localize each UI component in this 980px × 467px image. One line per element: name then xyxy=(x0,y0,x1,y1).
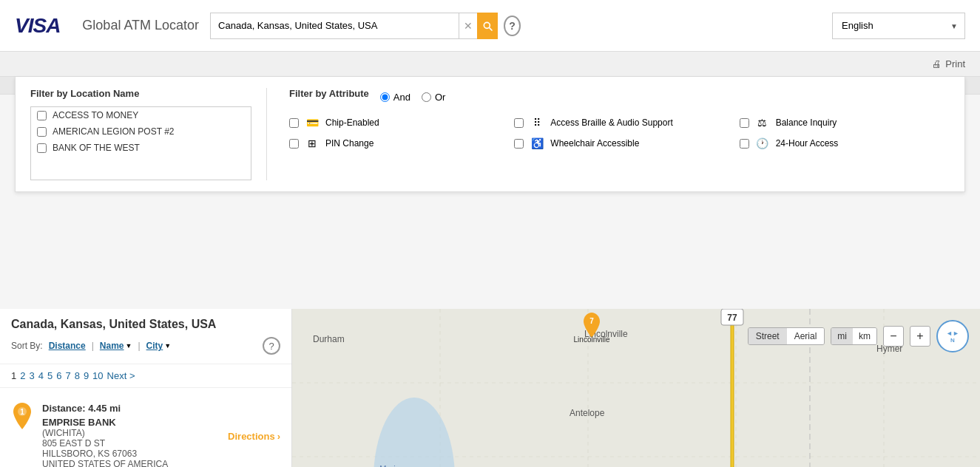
search-button[interactable] xyxy=(477,13,498,39)
view-toggle: Street Aerial xyxy=(748,327,825,345)
panel-title: Canada, Kansas, United States, USA xyxy=(11,318,280,331)
page-4[interactable]: 4 xyxy=(38,370,44,381)
left-panel: Canada, Kansas, United States, USA Sort … xyxy=(0,309,292,467)
page-3[interactable]: 3 xyxy=(29,370,34,381)
chip-enabled-label: Chip-Enabled xyxy=(325,117,379,128)
wheelchair-icon: ♿ xyxy=(530,136,544,151)
filter-attribute-section: Filter by Attribute And Or 💳 Chip-Enable… xyxy=(282,88,950,180)
location-checkbox-1[interactable] xyxy=(37,111,47,120)
filter-panel: Filter by Location Name ACCESS TO MONEY … xyxy=(15,77,965,192)
balance-icon: ⚖ xyxy=(755,115,770,130)
svg-text:77: 77 xyxy=(727,313,737,323)
sort-name-link[interactable]: Name xyxy=(100,341,124,351)
location-name-3: BANK OF THE WEST xyxy=(53,143,140,153)
atm-sub1: (WICHITA) xyxy=(42,428,219,438)
directions-button[interactable]: Directions › xyxy=(228,431,280,442)
search-input[interactable] xyxy=(210,13,459,39)
map-area: Marion Reservoir Durham Lincolnville Ant… xyxy=(292,309,980,467)
atm-list: 1 Distance: 4.45 mi EMPRISE BANK (WICHIT… xyxy=(0,388,291,467)
map-pin-svg: 1 xyxy=(12,403,33,429)
page-8[interactable]: 8 xyxy=(75,370,80,381)
24hour-checkbox[interactable] xyxy=(740,139,749,149)
page-1[interactable]: 1 xyxy=(11,370,16,381)
sort-bar: Sort By: Distance | Name ▼ | City ▼ ? xyxy=(11,337,280,355)
zoom-in-button[interactable]: + xyxy=(910,326,930,347)
print-button[interactable]: 🖨 Print xyxy=(932,58,965,69)
list-item: AMERICAN LEGION POST #2 xyxy=(31,123,251,140)
filter-location-section: Filter by Location Name ACCESS TO MONEY … xyxy=(30,88,267,180)
and-radio[interactable] xyxy=(380,92,390,102)
pin-change-checkbox[interactable] xyxy=(289,139,299,149)
subheader: 🖨 Print xyxy=(0,52,980,77)
header: VISA Global ATM Locator ✕ ? EnglishEspañ… xyxy=(0,0,980,52)
balance-checkbox[interactable] xyxy=(740,118,749,128)
attr-balance: ⚖ Balance Inquiry xyxy=(740,115,950,130)
atm-info: Distance: 4.45 mi EMPRISE BANK (WICHITA)… xyxy=(42,403,219,467)
filter-attribute-label: Filter by Attribute xyxy=(289,88,369,99)
directions-arrow: › xyxy=(277,431,280,442)
sort-city-group: City ▼ xyxy=(146,341,172,351)
wheelchair-checkbox[interactable] xyxy=(514,139,524,149)
page-9[interactable]: 9 xyxy=(84,370,89,381)
language-dropdown[interactable]: EnglishEspañolFrançaisDeutsch中文 xyxy=(832,13,965,39)
or-radio-group: Or xyxy=(422,92,445,103)
atm-sub4: UNITED STATES OF AMERICA xyxy=(42,459,219,467)
24hour-label: 24-Hour Access xyxy=(776,138,839,149)
clock-icon: 🕐 xyxy=(755,136,770,151)
svg-text:Lincolnville: Lincolnville xyxy=(574,335,610,344)
page-2[interactable]: 2 xyxy=(20,370,25,381)
atm-marker: 1 xyxy=(11,403,33,429)
braille-icon: ⠿ xyxy=(530,115,544,130)
directions-label: Directions xyxy=(228,431,275,442)
attr-24hour: 🕐 24-Hour Access xyxy=(740,136,950,151)
sort-city-arrow: ▼ xyxy=(164,342,171,350)
page-next[interactable]: Next > xyxy=(107,370,135,381)
braille-checkbox[interactable] xyxy=(514,118,524,128)
atm-name: EMPRISE BANK xyxy=(42,417,219,428)
chip-enabled-checkbox[interactable] xyxy=(289,118,299,128)
mi-unit-button[interactable]: mi xyxy=(831,328,853,344)
search-bar: ✕ ? xyxy=(210,13,521,39)
table-row: 1 Distance: 4.45 mi EMPRISE BANK (WICHIT… xyxy=(0,395,291,467)
filter-location-label: Filter by Location Name xyxy=(30,88,251,99)
language-selector[interactable]: EnglishEspañolFrançaisDeutsch中文 xyxy=(832,13,965,39)
pin-icon: ⊞ xyxy=(305,136,320,151)
pin-change-label: PIN Change xyxy=(325,138,374,149)
search-icon xyxy=(481,20,493,32)
main-content: Canada, Kansas, United States, USA Sort … xyxy=(0,309,980,467)
sort-distance-link[interactable]: Distance xyxy=(49,341,86,351)
location-checkbox-2[interactable] xyxy=(37,127,47,137)
location-checkbox-3[interactable] xyxy=(37,143,47,153)
visa-logo: VISA xyxy=(15,14,60,38)
street-view-button[interactable]: Street xyxy=(748,328,787,344)
atm-distance: Distance: 4.45 mi xyxy=(42,403,219,414)
svg-text:Antelope: Antelope xyxy=(570,408,605,418)
aerial-view-button[interactable]: Aerial xyxy=(787,328,825,344)
map-controls: Street Aerial mi km − + ◄► N xyxy=(748,320,969,352)
balance-label: Balance Inquiry xyxy=(776,117,837,128)
search-help-button[interactable]: ? xyxy=(504,16,521,36)
clear-button[interactable]: ✕ xyxy=(459,13,477,39)
braille-label: Access Braille & Audio Support xyxy=(550,117,672,128)
svg-text:Durham: Durham xyxy=(313,334,345,344)
svg-text:7: 7 xyxy=(589,317,594,325)
sort-sep-1: | xyxy=(92,341,94,351)
nav-control[interactable]: ◄► N xyxy=(936,320,969,352)
attribute-grid: 💳 Chip-Enabled ⠿ Access Braille & Audio … xyxy=(289,115,950,151)
svg-text:Marion: Marion xyxy=(379,464,405,467)
wheelchair-label: Wheelchair Accessible xyxy=(550,138,639,149)
pagination: 1 2 3 4 5 6 7 8 9 10 Next > xyxy=(0,364,291,388)
page-7[interactable]: 7 xyxy=(65,370,70,381)
page-10[interactable]: 10 xyxy=(92,370,103,381)
or-label: Or xyxy=(435,92,445,103)
or-radio[interactable] xyxy=(422,92,431,102)
sort-help-button[interactable]: ? xyxy=(263,337,280,355)
unit-toggle: mi km xyxy=(831,327,877,345)
sort-name-arrow: ▼ xyxy=(126,342,132,350)
km-unit-button[interactable]: km xyxy=(853,328,876,344)
page-6[interactable]: 6 xyxy=(56,370,61,381)
location-name-2: AMERICAN LEGION POST #2 xyxy=(53,126,175,137)
sort-city-link[interactable]: City xyxy=(146,341,163,351)
page-5[interactable]: 5 xyxy=(47,370,53,381)
zoom-out-button[interactable]: − xyxy=(883,326,904,347)
